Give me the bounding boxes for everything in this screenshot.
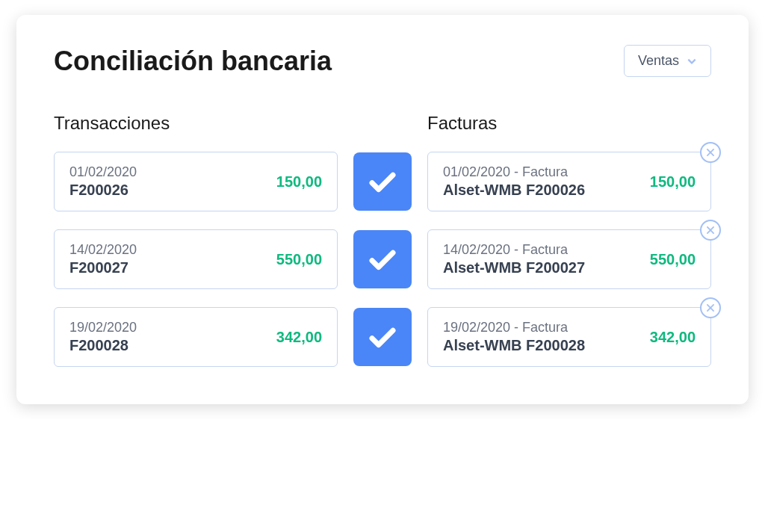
invoice-date-label: 14/02/2020 - Factura bbox=[443, 242, 585, 258]
transaction-info: 14/02/2020 F200027 bbox=[69, 242, 137, 276]
invoice-info: 19/02/2020 - Factura Alset-WMB F200028 bbox=[443, 320, 585, 354]
transaction-ref: F200027 bbox=[69, 259, 137, 276]
columns-header: Transacciones Facturas bbox=[54, 113, 711, 134]
reconciliation-row: 14/02/2020 F200027 550,00 14/02/2020 - F… bbox=[54, 229, 711, 289]
reconciliation-rows: 01/02/2020 F200026 150,00 01/02/2020 - F… bbox=[54, 152, 711, 367]
close-icon bbox=[705, 225, 716, 235]
check-icon bbox=[367, 244, 398, 275]
transaction-amount: 550,00 bbox=[276, 251, 322, 268]
transaction-info: 19/02/2020 F200028 bbox=[69, 320, 137, 354]
invoice-card[interactable]: 01/02/2020 - Factura Alset-WMB F200026 1… bbox=[427, 152, 711, 211]
invoice-amount: 342,00 bbox=[650, 329, 696, 346]
check-icon bbox=[367, 321, 398, 353]
invoice-date-label: 19/02/2020 - Factura bbox=[443, 320, 585, 335]
transaction-card[interactable]: 01/02/2020 F200026 150,00 bbox=[54, 152, 338, 211]
close-icon bbox=[705, 303, 716, 313]
close-icon bbox=[705, 147, 716, 158]
reconciliation-card: Conciliación bancaria Ventas Transaccion… bbox=[16, 15, 749, 404]
transaction-amount: 150,00 bbox=[276, 173, 322, 191]
transaction-date: 01/02/2020 bbox=[69, 164, 137, 180]
invoices-column-title: Facturas bbox=[427, 113, 711, 134]
remove-invoice-button[interactable] bbox=[700, 297, 721, 318]
reconciliation-row: 01/02/2020 F200026 150,00 01/02/2020 - F… bbox=[54, 152, 711, 211]
header: Conciliación bancaria Ventas bbox=[54, 45, 711, 77]
invoice-ref: Alset-WMB F200027 bbox=[443, 259, 585, 276]
check-icon bbox=[367, 166, 398, 197]
invoice-card[interactable]: 19/02/2020 - Factura Alset-WMB F200028 3… bbox=[427, 307, 711, 367]
chevron-down-icon bbox=[687, 56, 697, 66]
invoice-ref: Alset-WMB F200026 bbox=[443, 182, 585, 199]
invoice-ref: Alset-WMB F200028 bbox=[443, 337, 585, 354]
dropdown-label: Ventas bbox=[638, 53, 679, 69]
transaction-card[interactable]: 14/02/2020 F200027 550,00 bbox=[54, 229, 338, 289]
remove-invoice-button[interactable] bbox=[700, 220, 721, 241]
invoice-amount: 150,00 bbox=[650, 173, 696, 191]
invoice-card[interactable]: 14/02/2020 - Factura Alset-WMB F200027 5… bbox=[427, 229, 711, 289]
remove-invoice-button[interactable] bbox=[700, 142, 721, 163]
invoice-date-label: 01/02/2020 - Factura bbox=[443, 164, 585, 180]
confirm-match-button[interactable] bbox=[353, 230, 412, 288]
transaction-info: 01/02/2020 F200026 bbox=[69, 164, 137, 199]
transactions-column-title: Transacciones bbox=[54, 113, 338, 134]
confirm-match-button[interactable] bbox=[353, 308, 412, 366]
page-title: Conciliación bancaria bbox=[54, 46, 332, 77]
invoice-amount: 550,00 bbox=[650, 251, 696, 268]
transaction-date: 19/02/2020 bbox=[69, 320, 137, 335]
filter-dropdown[interactable]: Ventas bbox=[624, 45, 711, 77]
invoice-info: 14/02/2020 - Factura Alset-WMB F200027 bbox=[443, 242, 585, 276]
transaction-card[interactable]: 19/02/2020 F200028 342,00 bbox=[54, 307, 338, 367]
reconciliation-row: 19/02/2020 F200028 342,00 19/02/2020 - F… bbox=[54, 307, 711, 367]
transaction-ref: F200028 bbox=[69, 337, 137, 354]
confirm-match-button[interactable] bbox=[353, 152, 412, 211]
transaction-date: 14/02/2020 bbox=[69, 242, 137, 258]
transaction-ref: F200026 bbox=[69, 182, 137, 199]
transaction-amount: 342,00 bbox=[276, 329, 322, 346]
invoice-info: 01/02/2020 - Factura Alset-WMB F200026 bbox=[443, 164, 585, 199]
